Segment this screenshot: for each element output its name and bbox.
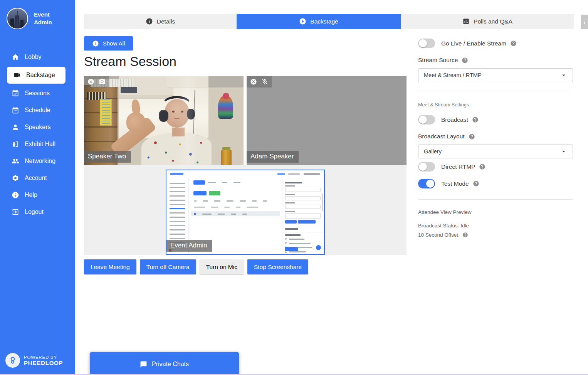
info-icon: [12, 191, 19, 199]
sidebar-item-exhibit-hall[interactable]: Exhibit Hall: [0, 136, 75, 153]
tab-backstage[interactable]: Backstage: [237, 14, 401, 29]
stream-source-select[interactable]: Meet & Stream / RTMP: [418, 68, 573, 82]
video-tile-speaker-two: Speaker Two: [84, 76, 244, 165]
sidebar-item-speakers[interactable]: Speakers: [0, 119, 75, 136]
page-title: Stream Session: [84, 54, 176, 69]
go-live-toggle[interactable]: [418, 39, 435, 48]
app-root: Event Admin Lobby Backstage Sessions Sch…: [0, 0, 588, 375]
leave-meeting-button[interactable]: Leave Meeting: [84, 259, 136, 274]
powered-by: POWERED BY PHEEDLOOP: [5, 353, 63, 368]
sidebar-item-lobby[interactable]: Lobby: [0, 49, 75, 66]
test-mode-toggle[interactable]: [418, 179, 435, 188]
calendar-icon: [12, 106, 19, 114]
stream-settings-panel: Go Live / Enable Stream Stream Source Me…: [418, 0, 573, 375]
test-mode-row: Test Mode: [418, 179, 479, 188]
avatar: [7, 8, 28, 29]
home-icon: [12, 53, 19, 61]
divider: [418, 199, 573, 200]
info-icon: [146, 18, 153, 25]
broadcast-row: Broadcast: [418, 115, 479, 124]
video-tile-adam-speaker: Adam Speaker: [247, 76, 407, 165]
direct-rtmp-row: Direct RTMP: [418, 162, 486, 172]
tile-controls: [84, 76, 109, 87]
sidebar-nav: Lobby Backstage Sessions Schedule Speake…: [0, 49, 75, 220]
sidebar-item-account[interactable]: Account: [0, 170, 75, 187]
settings-heading: Meet & Stream Settings: [418, 102, 469, 108]
videocam-icon: [13, 71, 21, 79]
stop-screenshare-button[interactable]: Stop Screenshare: [247, 259, 308, 274]
broadcast-toggle[interactable]: [418, 115, 435, 124]
play-circle-icon: [299, 18, 306, 25]
participant-name-label: Adam Speaker: [247, 151, 299, 163]
chevron-left-icon: ‹: [584, 19, 586, 25]
sidebar-item-logout[interactable]: Logout: [0, 203, 75, 220]
broadcast-layout-select[interactable]: Gallery: [418, 145, 573, 158]
help-icon[interactable]: [462, 232, 469, 238]
help-icon[interactable]: [469, 133, 475, 140]
direct-rtmp-toggle[interactable]: [418, 162, 435, 172]
chevron-down-icon: [560, 72, 567, 79]
chat-icon: [140, 361, 147, 368]
sidebar-item-backstage[interactable]: Backstage: [7, 67, 66, 84]
private-chats-button[interactable]: Private Chats: [90, 352, 239, 375]
people-icon: [12, 157, 19, 165]
person-icon: [12, 123, 19, 131]
sidebar: Event Admin Lobby Backstage Sessions Sch…: [0, 0, 75, 375]
participant-name-label: Speaker Two: [84, 151, 131, 163]
offset-row: 10 Second Offset: [418, 232, 469, 238]
camera-icon[interactable]: [99, 78, 106, 85]
help-icon[interactable]: [462, 57, 468, 64]
sidebar-item-schedule[interactable]: Schedule: [0, 102, 75, 119]
help-icon[interactable]: [479, 163, 486, 170]
user-name: Event Admin: [34, 11, 52, 26]
close-icon[interactable]: [87, 78, 94, 85]
show-all-button[interactable]: Show All: [84, 36, 133, 50]
go-live-row: Go Live / Enable Stream: [418, 39, 517, 48]
turn-on-mic-button[interactable]: Turn on Mic: [200, 259, 244, 274]
divider: [418, 91, 573, 91]
chat-panel-collapse-handle[interactable]: ‹: [581, 15, 588, 29]
meeting-controls: Leave Meeting Turn off Camera Turn on Mi…: [84, 259, 308, 274]
pheedloop-logo-icon: [5, 353, 20, 368]
participant-name-label: Event Admin: [166, 240, 212, 252]
sidebar-item-networking[interactable]: Networking: [0, 153, 75, 170]
tile-controls: [247, 76, 272, 87]
powered-by-label: POWERED BY: [24, 355, 63, 360]
turn-off-camera-button[interactable]: Turn off Camera: [140, 259, 196, 274]
broadcast-status: Broadcast Status: Idle: [418, 223, 469, 229]
chevron-down-icon: [560, 148, 567, 155]
stream-source-label-row: Stream Source: [418, 57, 468, 64]
arrow-circle-right-icon: [92, 40, 99, 47]
calendar-check-icon: [12, 89, 19, 97]
gear-icon: [12, 174, 19, 182]
close-icon[interactable]: [250, 78, 257, 85]
sidebar-item-help[interactable]: Help: [0, 187, 75, 203]
broadcast-layout-label-row: Broadcast Layout: [418, 133, 475, 140]
tab-details[interactable]: Details: [84, 14, 237, 29]
attendee-view-preview-label: Attendee View Preview: [418, 209, 472, 215]
exhibit-icon: [12, 140, 19, 148]
brand-label: PHEEDLOOP: [24, 360, 63, 366]
mic-off-icon[interactable]: [261, 78, 268, 85]
logout-icon: [12, 208, 19, 216]
sidebar-item-sessions[interactable]: Sessions: [0, 85, 75, 102]
help-icon[interactable]: [510, 40, 517, 47]
avatar-skyline: [10, 18, 14, 29]
help-icon[interactable]: [472, 116, 479, 123]
video-tile-event-admin-screenshare: Event Admin: [166, 170, 325, 255]
help-icon[interactable]: [473, 180, 479, 187]
